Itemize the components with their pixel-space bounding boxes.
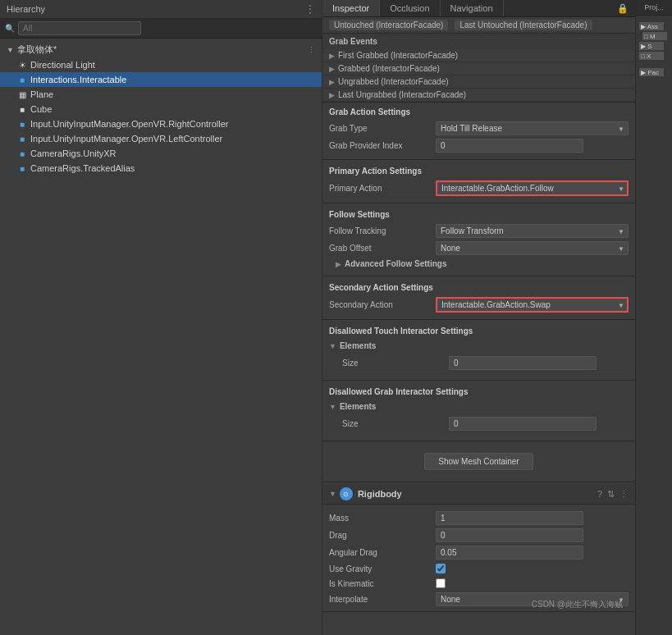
is-kinematic-label: Is Kinematic: [329, 579, 436, 588]
tab-inspector[interactable]: Inspector: [322, 0, 380, 16]
disallowed-grab-size-row: Size: [342, 415, 622, 432]
primary-action-label: Primary Action: [329, 184, 436, 193]
search-bar: 🔍: [0, 19, 322, 39]
mass-row: Mass: [329, 509, 629, 527]
size-label: Size: [342, 419, 449, 428]
folder-pac: ▶ Pac: [639, 68, 664, 76]
rigidbody-icon: ⊙: [340, 487, 353, 500]
grab-offset-dropdown[interactable]: None: [436, 241, 629, 255]
inspector-tabs: Inspector Occlusion Navigation 🔒: [322, 0, 635, 17]
cube-icon: ■: [16, 118, 28, 130]
cube-icon: ■: [16, 74, 28, 85]
tree-item-label: Cube: [30, 104, 52, 114]
inspector-content: Grab Events ▶ First Grabbed (InteractorF…: [322, 34, 635, 635]
elements-label: Elements: [340, 341, 376, 350]
is-kinematic-checkbox[interactable]: [436, 578, 446, 588]
event-label: First Grabbed (InteractorFacade): [338, 51, 458, 60]
lock-icon[interactable]: 🔒: [617, 3, 629, 14]
grab-action-settings: Grab Action Settings Grab Type Hold Till…: [322, 103, 635, 158]
tree-item-label: CameraRigs.TrackedAlias: [30, 163, 135, 173]
secondary-action-title: Secondary Action Settings: [329, 283, 629, 292]
size-label: Size: [342, 359, 449, 368]
event-first-grabbed[interactable]: ▶ First Grabbed (InteractorFacade): [322, 49, 635, 62]
grab-offset-label: Grab Offset: [329, 244, 436, 253]
disallowed-grab-elements-row[interactable]: ▼ Elements: [329, 400, 629, 413]
tab-navigation[interactable]: Navigation: [441, 0, 504, 16]
grab-type-row: Grab Type Hold Till Release: [329, 120, 629, 137]
drag-row: Drag: [329, 527, 629, 544]
tree-item-label: Input.UnityInputManager.OpenVR.RightCont…: [30, 119, 229, 129]
search-input[interactable]: [18, 21, 141, 35]
use-gravity-checkbox-wrapper: [436, 564, 446, 573]
tree-item-label: 拿取物体*: [17, 43, 57, 56]
options-icon[interactable]: ⋮: [308, 46, 315, 54]
size-input[interactable]: [449, 356, 597, 370]
primary-action-dropdown[interactable]: Interactable.GrabAction.Follow: [436, 180, 629, 196]
tree-item-label: Interactions.Interactable: [30, 75, 126, 85]
grab-provider-row: Grab Provider Index: [329, 137, 629, 154]
show-mesh-button[interactable]: Show Mesh Container: [424, 453, 533, 470]
tree-item-plane[interactable]: ▦ Plane: [0, 87, 322, 102]
event-arrow-icon: ▶: [329, 65, 335, 73]
show-mesh-container: Show Mesh Container: [322, 443, 635, 480]
grab-events-header: Grab Events: [322, 34, 635, 49]
drag-input[interactable]: [436, 528, 583, 542]
disallowed-grab-settings: Disallowed Grab Interactor Settings ▼ El…: [322, 382, 635, 439]
tree-item-interactions[interactable]: ■ Interactions.Interactable: [0, 72, 322, 87]
three-dots-icon[interactable]: ⋮: [305, 3, 315, 15]
use-gravity-checkbox[interactable]: [436, 564, 446, 573]
rigidbody-actions: ? ⇅ ⋮: [597, 489, 629, 500]
tree-item-input-right[interactable]: ■ Input.UnityInputManager.OpenVR.RightCo…: [0, 116, 322, 131]
event-grabbed[interactable]: ▶ Grabbed (InteractorFacade): [322, 62, 635, 75]
hierarchy-title: Hierarchy: [7, 4, 45, 14]
tree-item-directional-light[interactable]: ☀ Directional Light: [0, 57, 322, 72]
mass-label: Mass: [329, 514, 436, 523]
follow-settings-title: Follow Settings: [329, 210, 629, 219]
grab-provider-input[interactable]: [436, 139, 583, 153]
grab-type-dropdown-wrapper: Hold Till Release: [436, 121, 629, 135]
elements-arrow-icon: ▼: [329, 403, 336, 411]
tab-occlusion[interactable]: Occlusion: [380, 0, 440, 16]
angular-drag-input[interactable]: [436, 546, 583, 560]
settings-icon[interactable]: ⇅: [607, 489, 615, 500]
hierarchy-actions: ⋮: [305, 3, 315, 15]
plane-icon: ▦: [16, 89, 28, 100]
advanced-follow-row[interactable]: ▶ Advanced Follow Settings: [329, 257, 629, 271]
secondary-action-row: Secondary Action Interactable.GrabAction…: [329, 295, 629, 314]
menu-icon[interactable]: ⋮: [619, 489, 629, 500]
breadcrumb-0[interactable]: Untouched (InteractorFacade): [329, 20, 448, 30]
tree-item-camera-unity[interactable]: ■ CameraRigs.UnityXR: [0, 146, 322, 161]
tree-item-root[interactable]: ▼ 拿取物体* ⋮: [0, 42, 322, 57]
mass-input[interactable]: [436, 511, 583, 525]
grab-type-dropdown[interactable]: Hold Till Release: [436, 121, 629, 135]
grab-events-section: Grab Events ▶ First Grabbed (InteractorF…: [322, 34, 635, 103]
use-gravity-label: Use Gravity: [329, 564, 436, 573]
angular-drag-label: Angular Drag: [329, 548, 436, 557]
inspector-panel: Inspector Occlusion Navigation 🔒 Untouch…: [322, 0, 635, 635]
follow-tracking-dropdown[interactable]: Follow Transform: [436, 224, 629, 238]
disallowed-touch-settings: Disallowed Touch Interactor Settings ▼ E…: [322, 322, 635, 378]
section-title: Grab Events: [329, 37, 377, 46]
breadcrumb-1[interactable]: Last Untouched (InteractorFacade): [455, 20, 592, 30]
secondary-action-dropdown-wrapper: Interactable.GrabAction.Swap: [436, 297, 629, 313]
disallowed-touch-elements-row[interactable]: ▼ Elements: [329, 339, 629, 353]
secondary-action-label: Secondary Action: [329, 300, 436, 309]
follow-settings: Follow Settings Follow Tracking Follow T…: [322, 205, 635, 274]
secondary-action-dropdown[interactable]: Interactable.GrabAction.Swap: [436, 297, 629, 313]
event-ungrabbed[interactable]: ▶ Ungrabbed (InteractorFacade): [322, 75, 635, 89]
cube-icon: ■: [16, 162, 28, 174]
primary-action-row: Primary Action Interactable.GrabAction.F…: [329, 179, 629, 198]
arrow-icon: ▼: [7, 46, 15, 54]
grab-offset-dropdown-wrapper: None: [436, 241, 629, 255]
size-input[interactable]: [449, 417, 597, 431]
secondary-action-settings: Secondary Action Settings Secondary Acti…: [322, 278, 635, 318]
tree-item-camera-tracked[interactable]: ■ CameraRigs.TrackedAlias: [0, 161, 322, 176]
watermark: CSDN @此生不悔入海贼: [532, 599, 623, 610]
help-icon[interactable]: ?: [597, 489, 602, 500]
rigidbody-header[interactable]: ▼ ⊙ Rigidbody ? ⇅ ⋮: [322, 484, 635, 505]
rigidbody-settings: Mass Drag Angular Drag Use Gravity: [322, 505, 635, 611]
cube-icon: ■: [16, 148, 28, 159]
event-last-ungrabbed[interactable]: ▶ Last Ungrabbed (InteractorFacade): [322, 89, 635, 102]
tree-item-cube[interactable]: ■ Cube: [0, 102, 322, 116]
tree-item-input-left[interactable]: ■ Input.UnityInputManager.OpenVR.LeftCon…: [0, 131, 322, 146]
